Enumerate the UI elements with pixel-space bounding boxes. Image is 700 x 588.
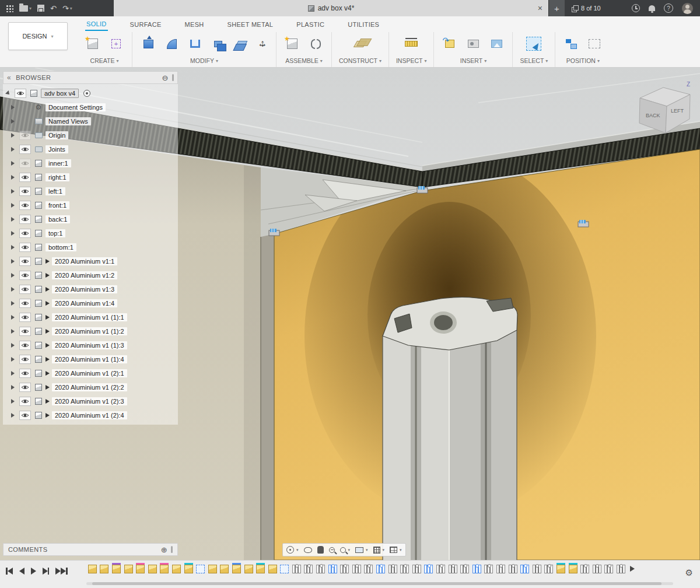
display-settings-button[interactable]: ▾ bbox=[355, 547, 368, 553]
revert-position-icon[interactable] bbox=[586, 35, 603, 52]
orbit-button[interactable]: ▾ bbox=[286, 546, 299, 554]
expander-icon[interactable] bbox=[11, 245, 15, 250]
browser-row[interactable]: 2020 Aluminium v1 (2):1 bbox=[3, 366, 178, 380]
timeline-feature-icon[interactable] bbox=[556, 565, 565, 573]
browser-item-label[interactable]: Joints bbox=[46, 145, 68, 153]
timeline-feature-icon[interactable] bbox=[232, 565, 241, 573]
expander-icon[interactable] bbox=[11, 399, 15, 404]
expander-icon[interactable] bbox=[11, 133, 15, 138]
job-status-clock-icon[interactable] bbox=[632, 4, 640, 12]
timeline-feature-icon[interactable] bbox=[629, 565, 638, 573]
browser-row[interactable]: 2020 Aluminium v1 (1):4 bbox=[3, 352, 178, 366]
browser-row[interactable]: inner:1 bbox=[3, 156, 178, 170]
expander-icon[interactable] bbox=[11, 231, 15, 236]
document-tab[interactable]: adv box v4* × bbox=[114, 0, 548, 16]
expander-icon[interactable] bbox=[11, 203, 15, 208]
timeline-feature-icon[interactable] bbox=[544, 565, 553, 573]
modify-menu-label[interactable]: MODIFY bbox=[190, 57, 218, 64]
browser-item-label[interactable]: Origin bbox=[46, 131, 68, 139]
timeline-feature-icon[interactable] bbox=[292, 565, 301, 573]
expander-icon[interactable] bbox=[11, 315, 15, 320]
timeline-feature-icon[interactable] bbox=[208, 565, 217, 573]
timeline-feature-icon[interactable] bbox=[100, 565, 108, 573]
new-body-icon[interactable]: ★ bbox=[84, 35, 102, 52]
insert-menu-label[interactable]: INSERT bbox=[460, 57, 487, 64]
timeline-scrollbar-thumb[interactable] bbox=[92, 582, 662, 585]
app-grid-icon[interactable] bbox=[6, 5, 13, 12]
tab-plastic[interactable]: PLASTIC bbox=[295, 18, 326, 30]
browser-item-label[interactable]: 2020 Aluminium v1:3 bbox=[52, 285, 117, 293]
browser-item-label[interactable]: 2020 Aluminium v1 (1):2 bbox=[52, 327, 127, 335]
expander-icon[interactable] bbox=[11, 147, 15, 152]
browser-item-label[interactable]: front:1 bbox=[46, 201, 69, 209]
browser-row[interactable]: 2020 Aluminium v1 (2):3 bbox=[3, 394, 178, 408]
browser-item-label[interactable]: 2020 Aluminium v1 (2):3 bbox=[52, 397, 127, 405]
browser-row[interactable]: bottom:1 bbox=[3, 240, 178, 254]
browser-row[interactable]: 2020 Aluminium v1 (1):3 bbox=[3, 338, 178, 352]
decal-icon[interactable] bbox=[464, 35, 482, 52]
timeline-skip-start-button[interactable] bbox=[6, 568, 13, 575]
expander-icon[interactable] bbox=[11, 259, 15, 264]
tab-solid[interactable]: SOLID bbox=[85, 18, 108, 31]
expander-icon[interactable] bbox=[11, 273, 15, 278]
look-at-button[interactable] bbox=[304, 547, 312, 553]
timeline-feature-icon[interactable] bbox=[328, 565, 337, 573]
comments-scrollbar[interactable] bbox=[171, 546, 173, 553]
visibility-eye-icon[interactable] bbox=[19, 215, 31, 224]
visibility-eye-icon[interactable] bbox=[19, 411, 31, 420]
expander-icon[interactable] bbox=[11, 371, 15, 376]
visibility-eye-icon[interactable] bbox=[19, 285, 31, 294]
version-badge[interactable]: 8 of 10 bbox=[565, 5, 608, 12]
expander-icon[interactable] bbox=[11, 413, 15, 418]
redo-button[interactable]: ↷▾ bbox=[62, 4, 72, 13]
offset-face-icon[interactable] bbox=[233, 35, 250, 52]
timeline-scrollbar-track[interactable] bbox=[86, 582, 673, 585]
visibility-eye-icon[interactable] bbox=[19, 229, 31, 238]
timeline-feature-icon[interactable] bbox=[460, 565, 469, 573]
timeline-feature-icon[interactable] bbox=[256, 565, 265, 573]
timeline-feature-icon[interactable] bbox=[172, 565, 181, 573]
timeline-feature-icon[interactable] bbox=[520, 565, 529, 573]
visibility-eye-icon[interactable] bbox=[19, 369, 31, 378]
timeline-feature-icon[interactable] bbox=[148, 565, 157, 573]
expander-icon[interactable] bbox=[11, 287, 15, 292]
visibility-eye-icon[interactable] bbox=[19, 131, 31, 140]
insert-derive-icon[interactable]: ↷ bbox=[441, 35, 459, 52]
timeline-feature-icon[interactable] bbox=[449, 565, 457, 573]
timeline-feature-icon[interactable] bbox=[112, 565, 121, 573]
timeline-skip-end-button[interactable] bbox=[55, 568, 68, 575]
visibility-eye-icon[interactable] bbox=[19, 145, 31, 154]
timeline-feature-icon[interactable] bbox=[424, 565, 433, 573]
expander-icon[interactable] bbox=[5, 90, 11, 96]
timeline-feature-icon[interactable] bbox=[196, 565, 205, 573]
press-pull-icon[interactable] bbox=[139, 35, 157, 52]
position-menu-label[interactable]: POSITION bbox=[566, 57, 600, 64]
browser-item-label[interactable]: back:1 bbox=[46, 215, 70, 223]
timeline-feature-icon[interactable] bbox=[316, 565, 325, 573]
browser-item-label[interactable]: bottom:1 bbox=[46, 243, 76, 251]
timeline-feature-icon[interactable] bbox=[160, 565, 169, 573]
undo-button[interactable]: ↶ bbox=[50, 4, 57, 13]
expander-icon[interactable] bbox=[11, 189, 15, 194]
visibility-eye-icon[interactable] bbox=[19, 397, 31, 406]
browser-row[interactable]: 2020 Aluminium v1:2 bbox=[3, 268, 178, 282]
timeline-feature-icon[interactable] bbox=[533, 565, 541, 573]
assemble-menu-label[interactable]: ASSEMBLE bbox=[285, 57, 323, 64]
browser-row[interactable]: 2020 Aluminium v1 (2):4 bbox=[3, 408, 178, 422]
browser-item-label[interactable]: top:1 bbox=[46, 229, 65, 237]
browser-item-label[interactable]: 2020 Aluminium v1 (2):2 bbox=[52, 383, 127, 391]
browser-scrollbar[interactable] bbox=[172, 74, 174, 81]
visibility-eye-icon[interactable] bbox=[19, 341, 31, 350]
file-menu-button[interactable]: ▾ bbox=[19, 5, 32, 12]
save-button[interactable] bbox=[37, 5, 44, 12]
zoom-button[interactable] bbox=[329, 547, 335, 553]
expander-icon[interactable] bbox=[11, 161, 15, 166]
viewport-3d[interactable]: BACK LEFT Z « BROWSER ⊖ bbox=[0, 68, 700, 560]
visibility-eye-icon[interactable] bbox=[19, 173, 31, 182]
browser-item-label[interactable]: 2020 Aluminium v1:2 bbox=[52, 271, 117, 279]
root-component-label[interactable]: adv box v4 bbox=[41, 89, 79, 98]
combine-icon[interactable] bbox=[209, 35, 227, 52]
timeline-feature-icon[interactable] bbox=[412, 565, 421, 573]
browser-row[interactable]: 2020 Aluminium v1:3 bbox=[3, 282, 178, 296]
timeline-feature-icon[interactable] bbox=[376, 565, 385, 573]
